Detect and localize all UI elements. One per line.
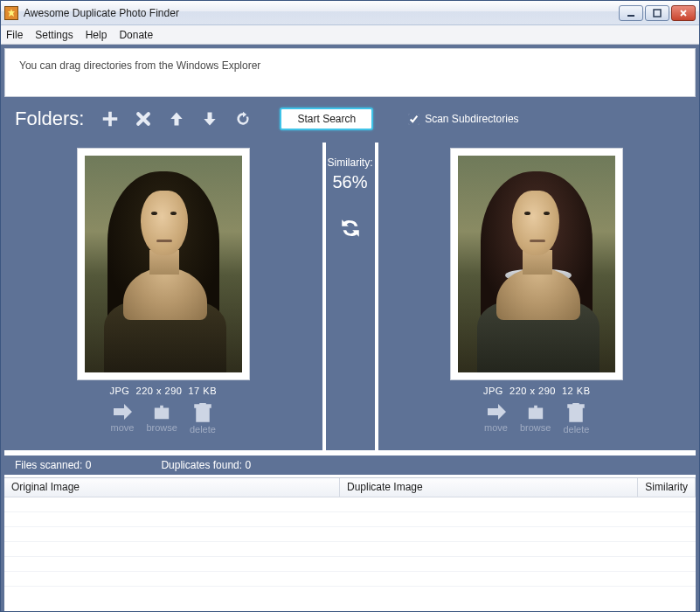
col-similarity[interactable]: Similarity <box>638 478 696 497</box>
menu-settings[interactable]: Settings <box>35 29 73 41</box>
menu-help[interactable]: Help <box>86 29 107 41</box>
left-image-frame[interactable] <box>77 148 250 380</box>
menu-donate[interactable]: Donate <box>119 29 153 41</box>
remove-folder-button[interactable] <box>131 107 156 131</box>
results-header: Original Image Duplicate Image Similarit… <box>4 478 696 497</box>
menubar: File Settings Help Donate <box>1 25 699 45</box>
drop-hint-text: You can drag directories from the Window… <box>19 59 260 72</box>
left-delete-button[interactable]: delete <box>190 403 216 435</box>
similarity-value: 56% <box>332 172 367 192</box>
refresh-button[interactable] <box>231 107 255 131</box>
move-up-button[interactable] <box>164 107 189 131</box>
add-folder-button[interactable] <box>98 107 122 131</box>
col-duplicate[interactable]: Duplicate Image <box>340 478 638 497</box>
duplicates-found: Duplicates found: 0 <box>161 459 251 471</box>
right-image-panel: JPG 220 x 290 12 KB move browse delete <box>378 143 697 450</box>
minimize-button[interactable] <box>619 5 643 21</box>
results-body[interactable] <box>4 497 696 611</box>
window-title: Awesome Duplicate Photo Finder <box>24 7 619 19</box>
left-browse-button[interactable]: browse <box>146 403 177 435</box>
move-down-button[interactable] <box>198 107 222 131</box>
table-row <box>4 527 696 542</box>
right-move-button[interactable]: move <box>484 403 508 435</box>
titlebar: Awesome Duplicate Photo Finder <box>1 1 699 25</box>
right-image-frame[interactable] <box>450 148 623 380</box>
col-original[interactable]: Original Image <box>4 478 340 497</box>
scan-subdirectories-checkbox[interactable] <box>408 114 419 125</box>
left-move-button[interactable]: move <box>111 403 135 435</box>
right-image-preview <box>458 156 615 372</box>
table-row <box>4 572 696 587</box>
left-image-preview <box>85 156 242 372</box>
similarity-column: Similarity: 56% <box>322 143 378 450</box>
scan-subdirectories-label: Scan Subdirectories <box>425 113 518 125</box>
folders-toolbar: Folders: Start Search Scan Subdirectorie… <box>4 101 696 137</box>
left-image-meta: JPG 220 x 290 17 KB <box>110 386 217 396</box>
table-row <box>4 497 696 512</box>
window-controls <box>619 5 696 21</box>
close-button[interactable] <box>671 5 696 21</box>
table-row <box>4 557 696 572</box>
table-row <box>4 512 696 527</box>
right-browse-button[interactable]: browse <box>520 403 551 435</box>
maximize-button[interactable] <box>645 5 669 21</box>
files-scanned: Files scanned: 0 <box>15 459 91 471</box>
svg-rect-0 <box>627 15 634 17</box>
results-table: Original Image Duplicate Image Similarit… <box>4 477 696 611</box>
app-icon <box>4 6 18 20</box>
status-bar: Files scanned: 0 Duplicates found: 0 <box>4 456 696 475</box>
right-image-meta: JPG 220 x 290 12 KB <box>483 386 590 396</box>
comparison-panel: JPG 220 x 290 17 KB move browse delete <box>4 143 696 450</box>
scan-subdirectories-option[interactable]: Scan Subdirectories <box>408 113 518 125</box>
svg-rect-1 <box>654 10 661 17</box>
menu-file[interactable]: File <box>6 29 23 41</box>
swap-button[interactable] <box>339 217 362 242</box>
left-image-panel: JPG 220 x 290 17 KB move browse delete <box>4 143 322 450</box>
right-delete-button[interactable]: delete <box>563 403 589 435</box>
folder-drop-zone[interactable]: You can drag directories from the Window… <box>4 48 696 97</box>
similarity-label: Similarity: <box>327 156 372 169</box>
folders-label: Folders: <box>15 108 84 130</box>
start-search-button[interactable]: Start Search <box>280 108 373 130</box>
table-row <box>4 542 696 557</box>
